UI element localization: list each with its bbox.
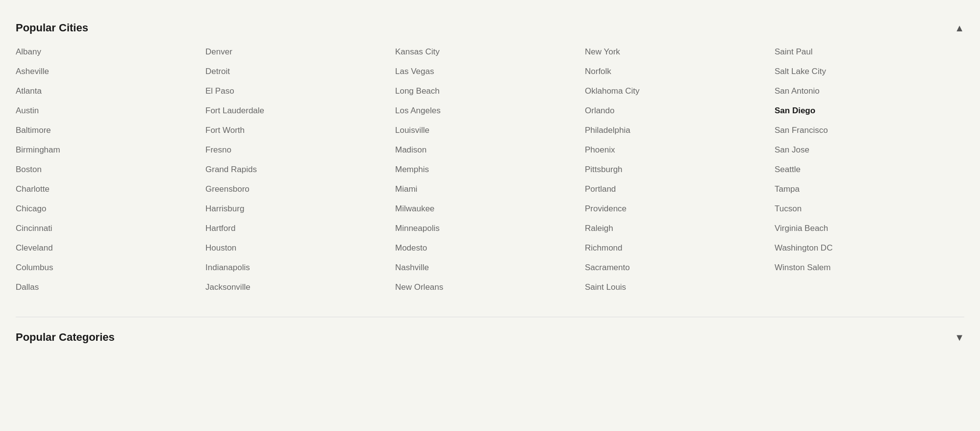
city-link[interactable]: Philadelphia [585,121,775,140]
city-link[interactable]: Las Vegas [395,62,585,81]
categories-section-title: Popular Categories [16,331,115,344]
city-link[interactable]: Los Angeles [395,101,585,121]
city-link[interactable]: Kansas City [395,42,585,62]
city-link[interactable]: Modesto [395,238,585,258]
city-link[interactable]: Madison [395,140,585,160]
city-link[interactable]: Raleigh [585,219,775,238]
city-link[interactable]: Fort Lauderdale [205,101,395,121]
city-link[interactable]: Cincinnati [16,219,205,238]
cities-column-3: Kansas CityLas VegasLong BeachLos Angele… [395,42,585,297]
city-link[interactable]: Dallas [16,278,205,297]
city-link[interactable]: Charlotte [16,179,205,199]
section-divider [16,317,964,317]
city-link[interactable]: Washington DC [775,238,964,258]
cities-column-2: DenverDetroitEl PasoFort LauderdaleFort … [205,42,395,297]
cities-collapse-icon[interactable]: ▲ [955,23,964,34]
city-link[interactable]: Jacksonville [205,278,395,297]
city-link[interactable]: Portland [585,179,775,199]
city-link[interactable]: Harrisburg [205,199,395,219]
city-link[interactable]: Fort Worth [205,121,395,140]
city-link[interactable]: Asheville [16,62,205,81]
city-link[interactable]: Denver [205,42,395,62]
city-link[interactable]: Sacramento [585,258,775,278]
city-link[interactable]: Saint Louis [585,278,775,297]
city-link[interactable]: Grand Rapids [205,160,395,179]
city-link[interactable]: Detroit [205,62,395,81]
city-link[interactable]: Seattle [775,160,964,179]
cities-column-1: AlbanyAshevilleAtlantaAustinBaltimoreBir… [16,42,205,297]
city-link[interactable]: Chicago [16,199,205,219]
city-link[interactable]: Salt Lake City [775,62,964,81]
city-link[interactable]: Milwaukee [395,199,585,219]
city-link[interactable]: Birmingham [16,140,205,160]
city-link[interactable]: Virginia Beach [775,219,964,238]
page-wrapper: Popular Cities ▲ AlbanyAshevilleAtlantaA… [0,0,980,355]
city-link[interactable]: Atlanta [16,81,205,101]
city-link[interactable]: San Antonio [775,81,964,101]
cities-section-header: Popular Cities ▲ [16,22,964,42]
city-link[interactable]: Long Beach [395,81,585,101]
city-link[interactable]: Richmond [585,238,775,258]
city-link[interactable]: San Francisco [775,121,964,140]
cities-grid: AlbanyAshevilleAtlantaAustinBaltimoreBir… [16,42,964,297]
city-link[interactable]: Louisville [395,121,585,140]
city-link[interactable]: Memphis [395,160,585,179]
city-link[interactable]: Saint Paul [775,42,964,62]
city-link[interactable]: Miami [395,179,585,199]
city-link[interactable]: Houston [205,238,395,258]
popular-categories-section: Popular Categories ▼ [16,327,964,344]
city-link[interactable]: San Diego [775,101,964,121]
city-link[interactable]: Orlando [585,101,775,121]
city-link[interactable]: New Orleans [395,278,585,297]
city-link[interactable]: Tucson [775,199,964,219]
cities-section-title: Popular Cities [16,22,88,34]
city-link[interactable]: Cleveland [16,238,205,258]
city-link[interactable]: El Paso [205,81,395,101]
city-link[interactable]: Pittsburgh [585,160,775,179]
popular-cities-section: Popular Cities ▲ AlbanyAshevilleAtlantaA… [16,12,964,307]
city-link[interactable]: Tampa [775,179,964,199]
city-link[interactable]: Minneapolis [395,219,585,238]
city-link[interactable]: Oklahoma City [585,81,775,101]
city-link[interactable]: Providence [585,199,775,219]
city-link[interactable]: Columbus [16,258,205,278]
cities-column-4: New YorkNorfolkOklahoma CityOrlandoPhila… [585,42,775,297]
city-link[interactable]: Fresno [205,140,395,160]
city-link[interactable]: Norfolk [585,62,775,81]
city-link[interactable]: Austin [16,101,205,121]
city-link[interactable]: Hartford [205,219,395,238]
city-link[interactable]: San Jose [775,140,964,160]
city-link[interactable]: Baltimore [16,121,205,140]
city-link[interactable]: Nashville [395,258,585,278]
cities-column-5: Saint PaulSalt Lake CitySan AntonioSan D… [775,42,964,297]
city-link[interactable]: Greensboro [205,179,395,199]
city-link[interactable]: Indianapolis [205,258,395,278]
city-link[interactable]: Winston Salem [775,258,964,278]
city-link[interactable]: Albany [16,42,205,62]
city-link[interactable]: New York [585,42,775,62]
city-link[interactable]: Phoenix [585,140,775,160]
categories-expand-icon[interactable]: ▼ [955,332,964,343]
city-link[interactable]: Boston [16,160,205,179]
